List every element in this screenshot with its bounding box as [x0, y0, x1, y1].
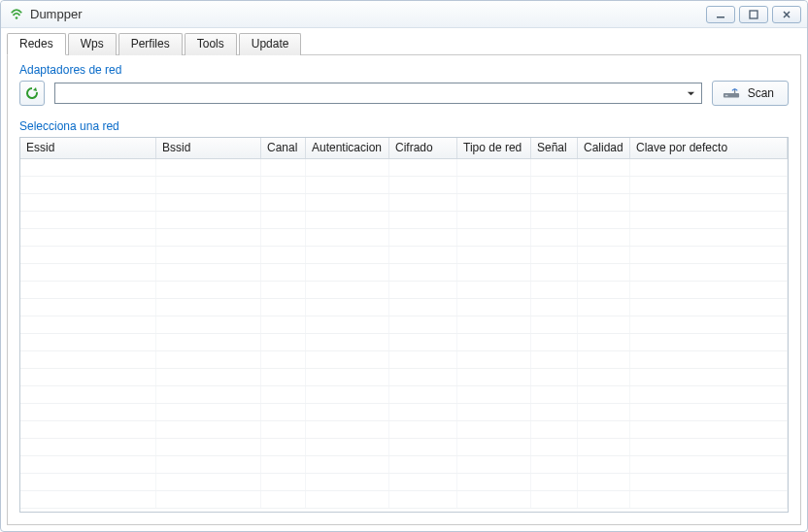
table-cell	[20, 282, 156, 298]
table-body[interactable]	[20, 159, 788, 512]
wifi-icon	[9, 7, 24, 22]
table-cell	[306, 351, 389, 368]
table-cell	[578, 316, 630, 333]
table-cell	[630, 159, 788, 176]
table-cell	[261, 456, 306, 473]
table-row[interactable]	[20, 299, 788, 316]
table-cell	[578, 404, 630, 420]
table-cell	[578, 229, 630, 246]
table-cell	[261, 316, 306, 333]
column-header[interactable]: Cifrado	[389, 138, 457, 158]
table-row[interactable]	[20, 229, 788, 247]
table-cell	[20, 264, 156, 281]
table-row[interactable]	[20, 439, 788, 456]
table-cell	[630, 386, 788, 403]
table-cell	[531, 351, 578, 368]
table-cell	[20, 334, 156, 350]
table-cell	[630, 212, 788, 228]
table-cell	[261, 159, 306, 176]
table-row[interactable]	[20, 316, 788, 334]
table-row[interactable]	[20, 212, 788, 229]
table-cell	[389, 177, 457, 193]
column-header[interactable]: Canal	[261, 138, 306, 158]
table-cell	[20, 474, 156, 490]
table-row[interactable]	[20, 159, 788, 177]
table-cell	[389, 369, 457, 385]
table-cell	[389, 474, 457, 490]
table-cell	[20, 247, 156, 263]
table-cell	[630, 264, 788, 281]
column-header[interactable]: Autenticacion	[306, 138, 389, 158]
table-row[interactable]	[20, 351, 788, 369]
table-cell	[20, 177, 156, 193]
table-row[interactable]	[20, 194, 788, 212]
table-cell	[306, 316, 389, 333]
minimize-button[interactable]	[706, 6, 735, 23]
tab-perfiles[interactable]: Perfiles	[118, 33, 183, 55]
table-row[interactable]	[20, 177, 788, 194]
table-cell	[630, 404, 788, 420]
table-cell	[578, 282, 630, 298]
table-cell	[261, 229, 306, 246]
table-cell	[578, 369, 630, 385]
table-cell	[531, 421, 578, 438]
table-cell	[578, 264, 630, 281]
table-cell	[306, 159, 389, 176]
table-cell	[306, 491, 389, 508]
table-cell	[261, 212, 306, 228]
scan-button[interactable]: Scan	[712, 81, 789, 106]
table-cell	[20, 351, 156, 368]
adapter-select[interactable]	[54, 83, 702, 104]
table-cell	[630, 316, 788, 333]
table-row[interactable]	[20, 456, 788, 474]
table-cell	[578, 159, 630, 176]
table-row[interactable]	[20, 247, 788, 264]
close-button[interactable]	[772, 6, 801, 23]
table-cell	[531, 212, 578, 228]
table-row[interactable]	[20, 334, 788, 351]
table-row[interactable]	[20, 282, 788, 299]
table-cell	[156, 229, 261, 246]
table-row[interactable]	[20, 369, 788, 386]
tab-redes[interactable]: Redes	[7, 33, 66, 55]
column-header[interactable]: Clave por defecto	[630, 138, 788, 158]
table-cell	[578, 474, 630, 490]
table-cell	[261, 404, 306, 420]
table-cell	[457, 334, 531, 350]
table-row[interactable]	[20, 264, 788, 282]
table-cell	[630, 299, 788, 316]
table-cell	[306, 264, 389, 281]
table-cell	[156, 212, 261, 228]
table-cell	[389, 439, 457, 455]
table-cell	[20, 386, 156, 403]
refresh-icon	[24, 85, 40, 101]
table-cell	[389, 404, 457, 420]
table-row[interactable]	[20, 386, 788, 404]
column-header[interactable]: Señal	[531, 138, 578, 158]
maximize-button[interactable]	[739, 6, 768, 23]
table-row[interactable]	[20, 404, 788, 421]
table-cell	[389, 299, 457, 316]
table-cell	[306, 194, 389, 211]
refresh-button[interactable]	[19, 81, 45, 106]
column-header[interactable]: Bssid	[156, 138, 261, 158]
tab-bar: RedesWpsPerfilesToolsUpdate	[1, 28, 807, 54]
table-cell	[389, 212, 457, 228]
table-cell	[389, 282, 457, 298]
tab-tools[interactable]: Tools	[185, 33, 237, 55]
svg-rect-1	[717, 17, 724, 18]
table-cell	[389, 247, 457, 263]
chevron-down-icon	[687, 89, 695, 98]
tab-update[interactable]: Update	[239, 33, 302, 55]
table-cell	[531, 439, 578, 455]
table-cell	[578, 247, 630, 263]
tab-wps[interactable]: Wps	[68, 33, 117, 55]
table-row[interactable]	[20, 421, 788, 439]
table-row[interactable]	[20, 491, 788, 509]
column-header[interactable]: Calidad	[578, 138, 630, 158]
table-row[interactable]	[20, 474, 788, 491]
column-header[interactable]: Essid	[20, 138, 156, 158]
table-cell	[156, 369, 261, 385]
table-cell	[156, 282, 261, 298]
column-header[interactable]: Tipo de red	[457, 138, 531, 158]
